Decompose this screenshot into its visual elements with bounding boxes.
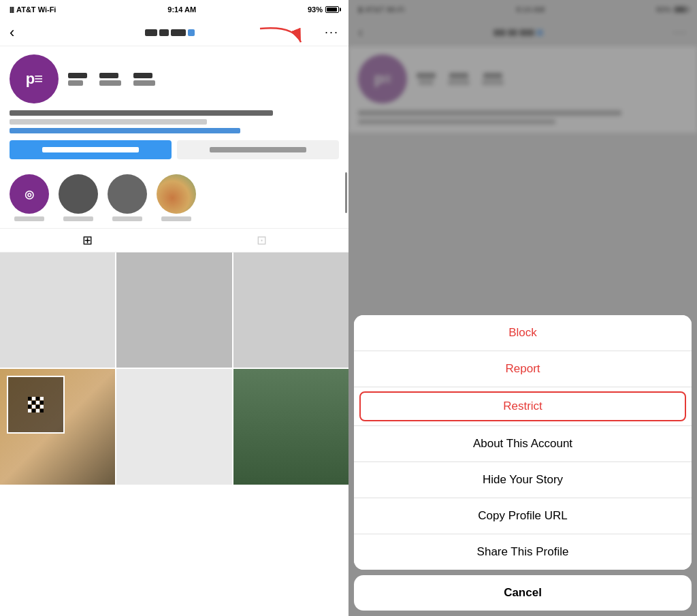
left-profile-info <box>10 110 339 133</box>
block-action-item[interactable]: Block <box>354 315 692 351</box>
left-avatar[interactable]: p≡ <box>10 54 59 103</box>
following-num <box>133 73 152 78</box>
posts-stat <box>68 73 87 86</box>
photo-6[interactable] <box>233 369 348 484</box>
left-carrier: |||| AT&T Wi-Fi <box>10 5 56 14</box>
right-phone-panel: |||| AT&T Wi-Fi 9:14 AM 93% ‹ ··· <box>348 0 697 616</box>
story-label-4 <box>161 216 191 221</box>
restrict-action-item[interactable]: Restrict <box>359 391 686 421</box>
left-nav-title <box>145 29 195 36</box>
story-label-2 <box>63 216 93 221</box>
action-sheet: Block Report Restrict About This Account <box>354 315 692 611</box>
follow-button[interactable] <box>10 140 172 159</box>
share-profile-label: Share This Profile <box>477 545 569 558</box>
bio-link <box>10 128 240 133</box>
username-pixel-1 <box>145 29 157 36</box>
left-grid-divider: ⊞ ⊡ <box>0 228 348 253</box>
cancel-label: Cancel <box>504 586 542 599</box>
story-3[interactable] <box>108 174 147 221</box>
posts-num <box>68 73 87 78</box>
red-arrow-annotation <box>253 22 308 59</box>
story-ring-1: ◎ <box>10 174 49 214</box>
left-carrier-text: AT&T Wi-Fi <box>16 5 56 14</box>
hide-story-label: Hide Your Story <box>483 473 563 486</box>
story-2[interactable] <box>59 174 98 221</box>
username-pixel-4 <box>188 29 195 36</box>
left-time: 9:14 AM <box>167 5 196 14</box>
left-signal-icon: |||| <box>10 6 14 13</box>
photo-4-img <box>0 369 115 484</box>
action-sheet-cancel: Cancel <box>354 575 692 611</box>
left-phone-panel: |||| AT&T Wi-Fi 9:14 AM 93% ‹ ··· <box>0 0 348 616</box>
report-label: Report <box>505 362 540 375</box>
following-stat <box>133 73 155 86</box>
cancel-button[interactable]: Cancel <box>354 575 692 611</box>
restrict-wrapper: Restrict <box>354 387 692 426</box>
left-more-button[interactable]: ··· <box>325 25 339 39</box>
left-story-highlights: ◎ <box>0 167 348 228</box>
story-ring-3 <box>108 174 147 214</box>
copy-url-item[interactable]: Copy Profile URL <box>354 498 692 534</box>
story-4[interactable] <box>157 174 196 221</box>
photo-6-img <box>233 369 348 484</box>
following-label <box>133 80 155 86</box>
left-action-buttons <box>10 140 339 159</box>
followers-num <box>99 73 118 78</box>
restrict-label: Restrict <box>503 400 542 412</box>
photo-2[interactable] <box>116 253 231 368</box>
bio-line-1 <box>10 110 273 116</box>
left-photo-grid <box>0 253 348 485</box>
share-profile-item[interactable]: Share This Profile <box>354 534 692 570</box>
hide-story-item[interactable]: Hide Your Story <box>354 462 692 498</box>
story-ring-2 <box>59 174 98 214</box>
story-label-3 <box>112 216 142 221</box>
story-1[interactable]: ◎ <box>10 174 49 221</box>
left-profile-section: p≡ <box>0 46 348 167</box>
left-back-button[interactable]: ‹ <box>10 25 14 40</box>
left-battery-icon <box>325 6 339 13</box>
left-avatar-initials: p≡ <box>26 70 42 88</box>
grid-icon[interactable]: ⊞ <box>82 233 93 248</box>
report-action-item[interactable]: Report <box>354 351 692 387</box>
story-icon-1: ◎ <box>25 188 34 201</box>
photo-3[interactable] <box>233 253 348 368</box>
story-ring-4 <box>157 174 196 214</box>
action-sheet-overlay: Block Report Restrict About This Account <box>348 0 697 616</box>
block-label: Block <box>508 326 537 339</box>
follow-btn-label <box>42 147 140 152</box>
qr-pattern <box>28 397 44 412</box>
left-scrollbar[interactable] <box>345 172 347 213</box>
photo-4[interactable] <box>0 369 115 484</box>
left-battery-text: 93% <box>308 5 323 14</box>
action-sheet-main: Block Report Restrict About This Account <box>354 315 692 570</box>
left-status-bar: |||| AT&T Wi-Fi 9:14 AM 93% <box>0 0 348 19</box>
about-label: About This Account <box>473 437 572 450</box>
left-battery: 93% <box>308 5 339 14</box>
bio-line-2 <box>10 119 207 125</box>
message-btn-label <box>210 147 307 152</box>
left-profile-top: p≡ <box>10 54 339 103</box>
photo-1[interactable] <box>0 253 115 368</box>
story-label-1 <box>14 216 44 221</box>
followers-stat <box>99 73 121 86</box>
username-pixel-2 <box>159 29 169 36</box>
left-profile-stats <box>68 73 155 86</box>
photo-5[interactable] <box>116 369 231 484</box>
message-button[interactable] <box>177 140 339 159</box>
followers-label <box>99 80 121 86</box>
about-account-item[interactable]: About This Account <box>354 426 692 462</box>
photo-4-overlay <box>7 376 65 434</box>
username-pixel-3 <box>171 29 186 36</box>
arrow-svg <box>253 22 308 56</box>
posts-label <box>68 80 83 86</box>
tag-icon[interactable]: ⊡ <box>257 233 267 248</box>
copy-url-label: Copy Profile URL <box>478 509 567 522</box>
bio-lines <box>10 110 339 133</box>
